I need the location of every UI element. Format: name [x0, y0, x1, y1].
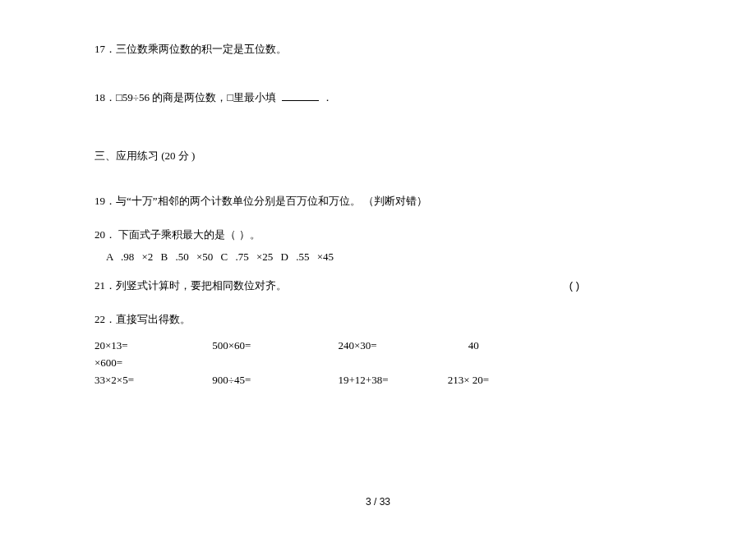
- calc-row-1: 20×13= 500×60= 240×30= 40: [94, 338, 662, 355]
- q21-paren: ( ): [569, 278, 662, 295]
- calc-row-2: 33×2×5= 900÷45= 19+12+38= 213× 20=: [94, 372, 662, 389]
- q21-spacer: [287, 278, 569, 295]
- question-18: 18．□59÷56 的商是两位数，□里最小填 ．: [94, 90, 662, 107]
- calc-r1-c1: 20×13=: [94, 338, 210, 355]
- calc-r1-c4: 40: [468, 338, 479, 355]
- section-3-text: 三、应用练习 (20 分 ): [94, 149, 195, 162]
- q17-text: 17．三位数乘两位数的积一定是五位数。: [94, 43, 287, 55]
- question-22: 22．直接写出得数。: [94, 311, 662, 329]
- calc-r2-c4: 213× 20=: [448, 372, 489, 389]
- calc-row-1b: ×600=: [94, 355, 662, 372]
- calc-r1-c3: 240×30=: [339, 338, 466, 355]
- q21-text: 21．列竖式计算时，要把相同数位对齐。: [94, 278, 287, 295]
- question-17: 17．三位数乘两位数的积一定是五位数。: [94, 41, 662, 58]
- q18-blank: [282, 100, 319, 101]
- calculation-block: 20×13= 500×60= 240×30= 40 ×600= 33×2×5= …: [94, 338, 662, 388]
- q22-text: 22．直接写出得数。: [94, 313, 191, 325]
- page-number: 3 / 33: [366, 496, 390, 508]
- calc-r2-c1: 33×2×5=: [94, 372, 210, 389]
- section-3-heading: 三、应用练习 (20 分 ): [94, 148, 662, 165]
- question-20: 20． 下面式子乘积最大的是（ ）。 A .98 ×2 B .50 ×50 C …: [94, 227, 662, 266]
- q20-options: A .98 ×2 B .50 ×50 C .75 ×25 D .55 ×45: [106, 249, 662, 266]
- question-21: 21．列竖式计算时，要把相同数位对齐。 ( ): [94, 278, 662, 295]
- page-footer: 3 / 33: [0, 494, 756, 510]
- q18-text-b: ．: [322, 91, 333, 103]
- calc-r1-c2: 500×60=: [212, 338, 335, 355]
- q20-text: 20． 下面式子乘积最大的是（ ）。: [94, 228, 260, 241]
- q20-options-text: A .98 ×2 B .50 ×50 C .75 ×25 D .55 ×45: [106, 250, 334, 263]
- q19-text: 19．与“十万”相邻的两个计数单位分别是百万位和万位。 （判断对错）: [94, 195, 427, 207]
- calc-r1b: ×600=: [94, 355, 122, 372]
- calc-r2-c3: 19+12+38=: [339, 372, 445, 389]
- question-19: 19．与“十万”相邻的两个计数单位分别是百万位和万位。 （判断对错）: [94, 193, 662, 210]
- q18-text-a: 18．□59÷56 的商是两位数，□里最小填: [94, 91, 276, 103]
- calc-r2-c2: 900÷45=: [212, 372, 335, 389]
- page-content: 17．三位数乘两位数的积一定是五位数。 18．□59÷56 的商是两位数，□里最…: [0, 0, 756, 389]
